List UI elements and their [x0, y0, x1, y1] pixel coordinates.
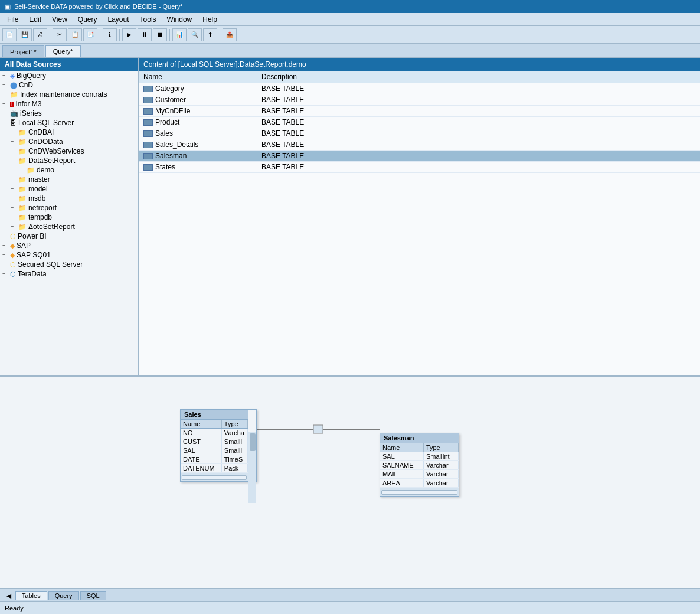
- query-table-row[interactable]: SALSmallInt: [380, 452, 459, 461]
- tree-item-iseries[interactable]: +📺iSeries: [0, 109, 138, 118]
- expand-icon[interactable]: +: [2, 252, 8, 258]
- menu-item-query[interactable]: Query: [73, 14, 102, 25]
- query-table-row[interactable]: NOVarcha: [181, 429, 248, 437]
- table-row[interactable]: SalesBASE TABLE: [139, 128, 700, 139]
- menu-bar: FileEditViewQueryLayoutToolsWindowHelp: [0, 13, 700, 26]
- toolbar-btn-0[interactable]: 📄: [2, 28, 17, 41]
- query-table-row[interactable]: SALNAMEVarchar: [380, 461, 459, 470]
- table-row[interactable]: Sales_DetailsBASE TABLE: [139, 139, 700, 151]
- tree-item-cnd[interactable]: +⬤CnD: [0, 80, 138, 90]
- expand-icon[interactable]: +: [2, 82, 8, 88]
- tree-item-local-sql-server[interactable]: -🗄Local SQL Server: [0, 118, 138, 128]
- tree-item-index-maintenance-contrats[interactable]: +📁Index maintenance contrats: [0, 90, 138, 99]
- toolbar-btn-16[interactable]: ⬆: [203, 28, 217, 41]
- tree-item-cndbai[interactable]: +📁CnDBAI: [0, 128, 138, 137]
- sales-table-vscroll[interactable]: [248, 432, 256, 503]
- expand-icon[interactable]: +: [2, 110, 8, 116]
- table-row[interactable]: ProductBASE TABLE: [139, 117, 700, 128]
- expand-icon[interactable]: +: [2, 101, 8, 107]
- tree-item-secured-sql-server[interactable]: +⬡Secured SQL Server: [0, 260, 138, 269]
- expand-icon[interactable]: +: [2, 262, 8, 267]
- tree-item-msdb[interactable]: +📁msdb: [0, 194, 138, 203]
- menu-item-window[interactable]: Window: [162, 14, 197, 25]
- table-row[interactable]: SalesmanBASE TABLE: [139, 151, 700, 162]
- tree-item-cndwebservices[interactable]: +📁CnDWebServices: [0, 146, 138, 156]
- expand-icon[interactable]: +: [11, 129, 17, 135]
- expand-icon[interactable]: -: [2, 120, 8, 126]
- expand-icon[interactable]: +: [11, 139, 17, 145]
- sales-table-scrollbar[interactable]: [181, 473, 248, 481]
- expand-icon[interactable]: +: [2, 233, 8, 239]
- toolbar-btn-1[interactable]: 💾: [18, 28, 32, 41]
- expand-icon[interactable]: +: [2, 73, 8, 79]
- salesman-table[interactable]: SalesmanNameTypeSALSmallIntSALNAMEVarcha…: [380, 433, 459, 497]
- salesman-table-scrollbar[interactable]: [380, 488, 459, 496]
- expand-icon[interactable]: +: [11, 224, 17, 230]
- tree-item-model[interactable]: +📁model: [0, 184, 138, 194]
- bottom-tab-tables[interactable]: Tables: [15, 591, 47, 600]
- tree-item-δotosetreport[interactable]: +📁ΔotoSetReport: [0, 222, 138, 231]
- toolbar-btn-2[interactable]: 🖨: [33, 28, 47, 41]
- tree-item-sap-sq01[interactable]: +◆SAP SQ01: [0, 250, 138, 260]
- toolbar-btn-10[interactable]: ▶: [122, 28, 136, 41]
- expand-icon[interactable]: +: [11, 214, 17, 220]
- bottom-tab-query[interactable]: Query: [48, 591, 79, 600]
- expand-icon[interactable]: +: [2, 243, 8, 249]
- menu-item-help[interactable]: Help: [198, 14, 222, 25]
- table-row[interactable]: CategoryBASE TABLE: [139, 83, 700, 94]
- menu-item-file[interactable]: File: [2, 14, 23, 25]
- tree-item-cndodata[interactable]: +📁CnDOData: [0, 137, 138, 146]
- tree-item-tempdb[interactable]: +📁tempdb: [0, 213, 138, 222]
- menu-item-view[interactable]: View: [47, 14, 72, 25]
- tree-item-power-bi[interactable]: +⬡Power BI: [0, 231, 138, 241]
- tree-item-netreport[interactable]: +📁netreport: [0, 203, 138, 213]
- toolbar-btn-15[interactable]: 🔍: [188, 28, 202, 41]
- toolbar-btn-18[interactable]: 📤: [223, 28, 237, 41]
- query-table-row[interactable]: SALSmallI: [181, 446, 248, 455]
- tree-icon: ◈: [10, 72, 15, 80]
- expand-icon[interactable]: +: [2, 92, 8, 97]
- tree-item-infor-m3[interactable]: +iInfor M3: [0, 99, 138, 109]
- tree-item-demo[interactable]: 📁demo: [0, 165, 138, 175]
- toolbar-btn-11[interactable]: ⏸: [138, 28, 152, 41]
- menu-item-edit[interactable]: Edit: [24, 14, 46, 25]
- toolbar-btn-5[interactable]: 📋: [68, 28, 82, 41]
- menu-item-layout[interactable]: Layout: [103, 14, 134, 25]
- toolbar-separator: [50, 29, 50, 41]
- toolbar-btn-8[interactable]: ℹ: [103, 28, 117, 41]
- query-table-row[interactable]: MAILVarchar: [380, 470, 459, 479]
- prev-nav[interactable]: ◄: [2, 591, 15, 600]
- expand-icon[interactable]: +: [11, 177, 17, 182]
- tree-item-bigquery[interactable]: +◈BigQuery: [0, 71, 138, 80]
- query-table-row[interactable]: DATENUMPack: [181, 464, 248, 473]
- expand-icon[interactable]: +: [11, 148, 17, 154]
- table-row[interactable]: StatesBASE TABLE: [139, 162, 700, 173]
- tree-item-datasetreport[interactable]: -📁DataSetReport: [0, 156, 138, 165]
- expand-icon[interactable]: -: [11, 158, 17, 164]
- tab-query[interactable]: Query*: [45, 45, 81, 57]
- tree-item-sap[interactable]: +◆SAP: [0, 241, 138, 250]
- table-cell-desc: BASE TABLE: [257, 139, 700, 151]
- expand-icon[interactable]: +: [11, 186, 17, 192]
- toolbar-btn-4[interactable]: ✂: [53, 28, 67, 41]
- tab-project1[interactable]: Project1*: [2, 45, 44, 57]
- tree-item-teradata[interactable]: +⬡TeraData: [0, 269, 138, 279]
- table-cell-name: Customer: [139, 94, 257, 106]
- toolbar-btn-6[interactable]: 📑: [83, 28, 97, 41]
- expand-icon[interactable]: +: [11, 205, 17, 211]
- bottom-tab-sql[interactable]: SQL: [80, 591, 106, 600]
- app-icon: ▣: [5, 3, 11, 11]
- expand-icon[interactable]: +: [2, 271, 8, 277]
- table-row[interactable]: MyCnDFileBASE TABLE: [139, 106, 700, 117]
- query-table-row[interactable]: AREAVarchar: [380, 479, 459, 488]
- toolbar-btn-12[interactable]: ⏹: [153, 28, 167, 41]
- table-row[interactable]: CustomerBASE TABLE: [139, 94, 700, 106]
- cell-type: SmallInt: [424, 452, 459, 460]
- expand-icon[interactable]: +: [11, 195, 17, 201]
- toolbar-btn-14[interactable]: 📊: [172, 28, 187, 41]
- tree-item-master[interactable]: +📁master: [0, 175, 138, 184]
- sales-table[interactable]: SalesNameTypeNOVarchaCUSTSmallISALSmallI…: [180, 409, 257, 482]
- query-table-row[interactable]: DATETimeS: [181, 455, 248, 464]
- menu-item-tools[interactable]: Tools: [135, 14, 161, 25]
- query-table-row[interactable]: CUSTSmallI: [181, 437, 248, 446]
